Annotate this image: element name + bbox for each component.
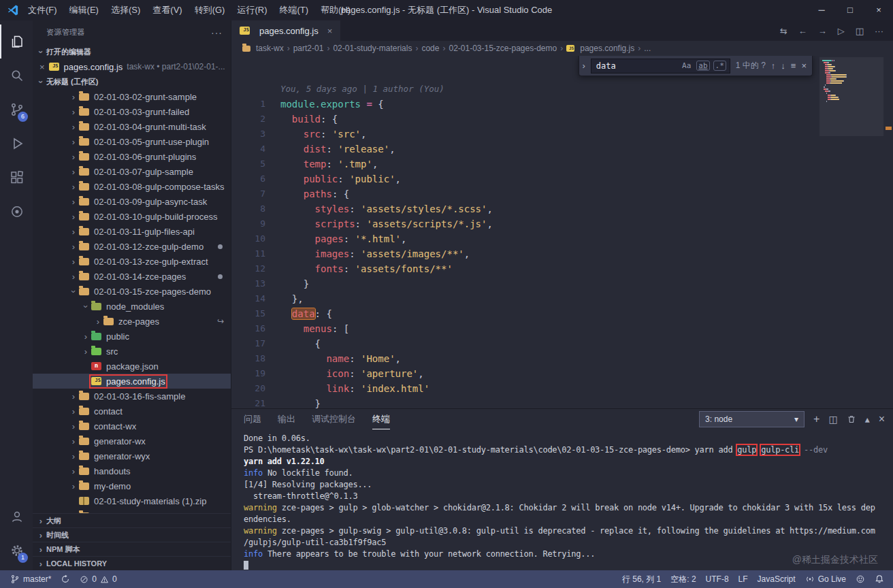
next-match-icon[interactable]: ↓ [781,61,785,71]
find-in-selection-icon[interactable]: ≡ [791,61,796,71]
maximize-panel-icon[interactable]: ▴ [865,414,870,425]
breadcrumb-item-pages.config.js[interactable]: JSpages.config.js [566,44,634,53]
open-editors-section[interactable]: › 打开的编辑器 [33,44,231,59]
git-branch-status[interactable]: master* [5,570,56,588]
maximize-button[interactable]: □ [836,0,864,20]
close-find-icon[interactable]: × [801,61,807,71]
minimize-button[interactable]: ─ [807,0,836,20]
tree-item-my-demo[interactable]: ›my-demo [33,478,231,493]
breadcrumb-item-task-wx[interactable]: task-wx [242,44,284,53]
open-editor-item[interactable]: × JS pages.config.js task-wx • part2-01\… [33,59,231,74]
close-icon[interactable]: × [39,62,45,72]
sync-status[interactable] [56,570,75,588]
menu-编辑(E)[interactable]: 编辑(E) [63,5,105,15]
previous-match-icon[interactable]: ↑ [771,61,776,71]
sidebar-section-大纲[interactable]: ›大纲 [33,513,231,527]
open-changes-icon[interactable]: ⇆ [780,26,788,36]
notifications-bell-icon[interactable] [870,570,889,588]
encoding[interactable]: UTF-8 [701,570,734,588]
new-terminal-icon[interactable]: + [813,413,819,425]
breadcrumb-item-code[interactable]: code [421,44,439,53]
tree-item-02-01-03-16-fis-sample[interactable]: ›02-01-03-16-fis-sample [33,389,231,404]
tree-item-package.json[interactable]: ›npackage.json [33,359,231,374]
problems-status[interactable]: 0 0 [75,570,121,588]
activity-settings[interactable]: 1 [0,534,33,568]
indentation[interactable]: 空格: 2 [666,570,700,588]
tree-item-handouts[interactable]: ›handouts [33,463,231,478]
go-live-button[interactable]: Go Live [800,570,851,588]
activity-run-debug[interactable] [0,127,33,161]
tree-item-02-01-03-11-gulp-files-api[interactable]: ›02-01-03-11-gulp-files-api [33,224,231,239]
close-panel-icon[interactable]: × [879,413,885,425]
menu-文件(F)[interactable]: 文件(F) [22,5,63,15]
sidebar-section-时间线[interactable]: ›时间线 [33,527,231,542]
eol-sequence[interactable]: LF [734,570,753,588]
tree-item-generator-wx[interactable]: ›generator-wx [33,434,231,448]
code-editor[interactable]: You, 5 days ago | 1 author (You)1module.… [231,56,893,408]
tree-item-part1-01[interactable]: ›part1-01 [33,508,231,513]
tree-item-02-01-03-08-gulp-compose-tasks[interactable]: ›02-01-03-08-gulp-compose-tasks [33,179,231,194]
tree-item-node_modules[interactable]: ›node_modules [33,299,231,314]
tree-item-02-01-study-materials (1).zip[interactable]: ›02-01-study-materials (1).zip [33,493,231,508]
toggle-replace-icon[interactable]: › [582,61,585,71]
kill-terminal-icon[interactable] [847,414,856,424]
tree-item-02-01-03-05-grunt-use-plugin[interactable]: ›02-01-03-05-grunt-use-plugin [33,134,231,149]
tree-item-zce-pages[interactable]: ›zce-pages↪ [33,314,231,329]
panel-tab-调试控制台[interactable]: 调试控制台 [312,409,356,429]
regex-icon[interactable]: .* [713,61,726,71]
views-more-actions-icon[interactable]: ··· [211,27,223,38]
tree-item-02-01-03-04-grunt-multi-task[interactable]: ›02-01-03-04-grunt-multi-task [33,119,231,134]
match-case-icon[interactable]: Aa [680,61,693,71]
sidebar-section-NPM 脚本[interactable]: ›NPM 脚本 [33,542,231,556]
menu-终端(T)[interactable]: 终端(T) [273,5,314,15]
menu-查看(V)[interactable]: 查看(V) [146,5,188,15]
tree-item-02-01-03-13-zce-gulp-extract[interactable]: ›02-01-03-13-zce-gulp-extract [33,254,231,269]
tree-item-02-01-03-07-gulp-sample[interactable]: ›02-01-03-07-gulp-sample [33,164,231,179]
tree-item-generator-wyx[interactable]: ›generator-wyx [33,448,231,463]
breadcrumb-item-part2-01[interactable]: part2-01 [293,44,324,53]
run-file-icon[interactable]: ▷ [838,26,845,36]
workspace-section[interactable]: › 无标题 (工作区) [33,74,231,89]
menu-运行(R)[interactable]: 运行(R) [231,5,273,15]
panel-tab-终端[interactable]: 终端 [372,409,390,429]
activity-source-control[interactable]: 6 [0,93,33,127]
activity-explorer[interactable] [0,24,33,59]
tree-item-02-01-03-15-zce-pages-demo[interactable]: ›02-01-03-15-zce-pages-demo [33,284,231,299]
forward-icon[interactable]: → [818,26,827,36]
tree-item-contact-wx[interactable]: ›contact-wx [33,419,231,434]
panel-tab-问题[interactable]: 问题 [244,409,261,429]
breadcrumb-item-02-01-study-materials[interactable]: 02-01-study-materials [333,44,412,53]
breadcrumb-item-...[interactable]: ... [644,44,651,53]
language-mode[interactable]: JavaScript [753,570,800,588]
menu-选择(S)[interactable]: 选择(S) [105,5,146,15]
tree-item-contact[interactable]: ›contact [33,404,231,419]
sidebar-section-LOCAL HISTORY[interactable]: ›LOCAL HISTORY [33,556,231,570]
feedback-smiley-icon[interactable] [851,570,870,588]
editor-more-actions-icon[interactable]: ··· [875,26,883,36]
back-icon[interactable]: ← [798,26,807,36]
panel-tab-输出[interactable]: 输出 [278,409,295,429]
whole-word-icon[interactable]: ab [696,61,709,71]
close-button[interactable]: × [864,0,893,20]
tab-close-icon[interactable]: × [327,26,333,36]
cursor-position[interactable]: 行 56, 列 1 [617,570,666,588]
breadcrumb-item-02-01-03-15-zce-pages-demo[interactable]: 02-01-03-15-zce-pages-demo [449,44,557,53]
terminal-output[interactable]: Done in 0.06s.PS D:\hometask\task-wx\tas… [231,429,893,570]
tree-item-02-01-03-12-zce-gulp-demo[interactable]: ›02-01-03-12-zce-gulp-demo [33,239,231,254]
tree-item-02-01-03-06-grunt-plugins[interactable]: ›02-01-03-06-grunt-plugins [33,149,231,164]
tree-item-02-01-03-09-gulp-async-task[interactable]: ›02-01-03-09-gulp-async-task [33,194,231,209]
split-editor-icon[interactable]: ◫ [856,26,864,36]
activity-accounts[interactable] [0,500,33,534]
overview-ruler[interactable] [883,56,893,408]
split-terminal-icon[interactable]: ◫ [828,414,837,425]
tree-item-02-01-03-14-zce-pages[interactable]: ›02-01-03-14-zce-pages [33,269,231,284]
find-input[interactable]: data Aa ab .* [591,59,730,74]
tree-item-02-01-03-03-grunt-failed[interactable]: ›02-01-03-03-grunt-failed [33,104,231,119]
minimap[interactable] [822,60,881,103]
tab-pages-config-js[interactable]: JS pages.config.js × [231,20,340,41]
tree-item-02-01-03-10-gulp-build-process[interactable]: ›02-01-03-10-gulp-build-process [33,209,231,224]
tree-item-public[interactable]: ›public [33,329,231,344]
menu-转到(G)[interactable]: 转到(G) [189,5,231,15]
activity-extensions[interactable] [0,161,33,195]
activity-live-share[interactable] [0,195,33,229]
